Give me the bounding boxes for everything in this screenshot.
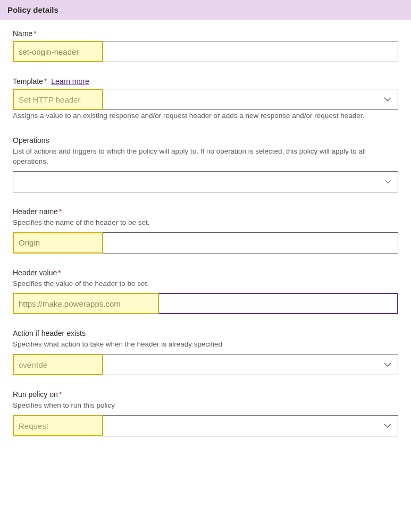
panel-title: Policy details bbox=[7, 5, 58, 14]
required-indicator: * bbox=[59, 207, 62, 216]
header-name-input[interactable] bbox=[13, 232, 398, 254]
name-label: Name* bbox=[13, 29, 398, 38]
field-action-if-exists: Action if header exists Specifies what a… bbox=[13, 329, 398, 375]
required-indicator: * bbox=[59, 390, 62, 399]
action-if-exists-help: Specifies what action to take when the h… bbox=[13, 340, 398, 350]
header-value-label-text: Header value bbox=[13, 268, 57, 277]
operations-help: List of actions and triggers to which th… bbox=[13, 147, 398, 167]
template-label: Template* Learn more bbox=[13, 77, 398, 86]
run-policy-on-label-text: Run policy on bbox=[13, 390, 58, 399]
required-indicator: * bbox=[33, 29, 36, 38]
template-selected-value: Set HTTP header bbox=[19, 95, 80, 104]
field-run-policy-on: Run policy on* Specifies when to run thi… bbox=[13, 390, 398, 436]
action-if-exists-label: Action if header exists bbox=[13, 329, 398, 337]
template-help: Assigns a value to an existing response … bbox=[13, 111, 398, 121]
action-if-exists-selected-value: override bbox=[19, 360, 47, 369]
field-operations: Operations List of actions and triggers … bbox=[13, 136, 398, 192]
header-value-input[interactable] bbox=[13, 293, 398, 314]
name-input[interactable] bbox=[13, 41, 398, 62]
template-label-text: Template bbox=[13, 77, 43, 86]
field-name: Name* bbox=[13, 29, 398, 62]
header-name-help: Specifies the name of the header to be s… bbox=[13, 218, 398, 228]
learn-more-link[interactable]: Learn more bbox=[51, 77, 89, 86]
panel-header: Policy details bbox=[0, 0, 411, 20]
header-value-label: Header value* bbox=[13, 268, 398, 277]
run-policy-on-select[interactable]: Request bbox=[13, 415, 398, 436]
header-name-label: Header name* bbox=[13, 207, 398, 216]
operations-select[interactable] bbox=[13, 171, 398, 192]
run-policy-on-selected-value: Request bbox=[19, 421, 48, 430]
header-name-label-text: Header name bbox=[13, 207, 58, 216]
operations-label: Operations bbox=[13, 136, 398, 145]
template-select[interactable]: Set HTTP header bbox=[13, 89, 398, 110]
header-value-help: Specifies the value of the header to be … bbox=[13, 279, 398, 289]
field-header-value: Header value* Specifies the value of the… bbox=[13, 268, 398, 315]
action-if-exists-select[interactable]: override bbox=[13, 354, 398, 375]
name-label-text: Name bbox=[13, 29, 32, 38]
run-policy-on-label: Run policy on* bbox=[13, 390, 398, 399]
field-template: Template* Learn more Set HTTP header Ass… bbox=[13, 77, 398, 121]
required-indicator: * bbox=[44, 77, 47, 86]
run-policy-on-help: Specifies when to run this policy bbox=[13, 401, 398, 411]
required-indicator: * bbox=[58, 268, 61, 277]
field-header-name: Header name* Specifies the name of the h… bbox=[13, 207, 398, 254]
form-body: Name* Template* Learn more Set HTTP head… bbox=[0, 20, 411, 452]
